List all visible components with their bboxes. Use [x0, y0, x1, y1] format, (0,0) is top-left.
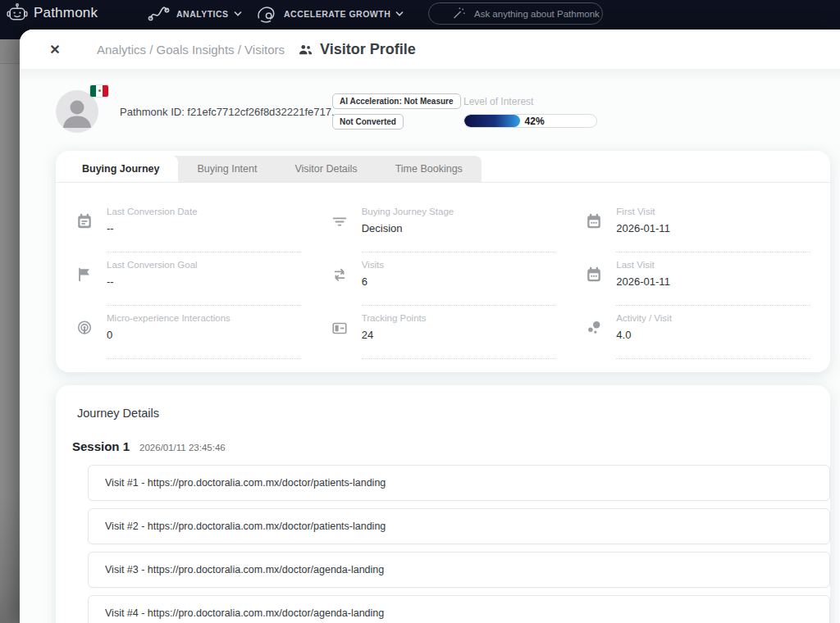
- brand-name: Pathmonk: [34, 5, 98, 21]
- stat-value: --: [107, 222, 301, 234]
- tab-visitor-details[interactable]: Visitor Details: [276, 156, 376, 182]
- pathmonk-id: Pathmonk ID: f21efc7712cf26f8d32221fe717…: [120, 106, 340, 118]
- profile-header: Pathmonk ID: f21efc7712cf26f8d32221fe717…: [56, 69, 830, 149]
- stat-label: Last Conversion Goal: [107, 260, 301, 270]
- not-converted-badge: Not Converted: [332, 114, 404, 130]
- breadcrumb[interactable]: Analytics / Goals Insights / Visitors: [97, 43, 285, 57]
- radar-icon: [75, 306, 107, 359]
- group-people-icon: [298, 42, 313, 57]
- visitor-profile-modal: ✕ Analytics / Goals Insights / Visitors …: [20, 30, 840, 623]
- close-icon[interactable]: ✕: [48, 42, 62, 57]
- calendar-icon: [585, 199, 616, 252]
- stat-label: Micro-experience Interactions: [107, 313, 301, 323]
- stat-label: Tracking Points: [362, 313, 556, 323]
- stats-grid: Last Conversion Date-- Buying Journey St…: [56, 183, 830, 372]
- visit-row[interactable]: Visit #4 - https://pro.doctoralia.com.mx…: [88, 595, 830, 623]
- tab-buying-intent[interactable]: Buying Intent: [178, 156, 276, 182]
- session-label: Session 1: [72, 439, 130, 453]
- tab-time-bookings[interactable]: Time Bookings: [377, 156, 482, 182]
- chevron-down-icon: [395, 11, 404, 16]
- stat-label: Last Conversion Date: [107, 207, 301, 216]
- stat-label: Last Visit: [616, 260, 810, 270]
- accelerate-growth-icon: [255, 4, 277, 24]
- stat-value: 0: [107, 329, 301, 341]
- stat-tracking-points: Tracking Points24: [331, 306, 556, 359]
- dots-cluster-icon: [585, 306, 616, 359]
- level-of-interest: Level of Interest 42%: [463, 96, 597, 128]
- interest-fill: [464, 115, 520, 127]
- modal-content: Pathmonk ID: f21efc7712cf26f8d32221fe717…: [20, 69, 840, 623]
- nav-menu-analytics[interactable]: ANALYTICS: [148, 2, 242, 25]
- calendar-icon: [585, 252, 616, 306]
- stat-visits: Visits6: [331, 252, 556, 306]
- session-header: Session 1 2026/01/11 23:45:46: [72, 439, 830, 453]
- visit-row[interactable]: Visit #3 - https://pro.doctoralia.com.mx…: [88, 552, 830, 588]
- stat-micro-experience-interactions: Micro-experience Interactions0: [75, 306, 301, 359]
- dimmed-page-background: [0, 39, 20, 623]
- journey-details-title: Journey Details: [77, 407, 830, 420]
- interest-value: 42%: [525, 116, 545, 127]
- ai-acceleration-badge: AI Acceleration: Not Measure: [332, 93, 461, 109]
- magic-wand-icon: [452, 7, 466, 20]
- stat-last-conversion-goal: Last Conversion Goal--: [75, 252, 301, 306]
- status-badges: AI Acceleration: Not Measure Not Convert…: [332, 93, 461, 130]
- visit-row[interactable]: Visit #2 - https://pro.doctoralia.com.mx…: [88, 508, 830, 544]
- tabs: Buying Journey Buying Intent Visitor Det…: [56, 151, 830, 183]
- stat-label: First Visit: [616, 207, 810, 216]
- filter-icon: [331, 199, 362, 252]
- nav-accelerate-label: ACCELERATE GROWTH: [284, 9, 390, 19]
- stat-label: Activity / Visit: [616, 313, 810, 323]
- analytics-squiggle-icon: [148, 5, 170, 23]
- nav-menu-accelerate-growth[interactable]: ACCELERATE GROWTH: [255, 2, 404, 25]
- buying-journey-card: Buying Journey Buying Intent Visitor Det…: [56, 151, 830, 372]
- tracking-card-icon: [331, 306, 362, 359]
- robot-logo-icon: [7, 2, 28, 24]
- stat-value: 24: [362, 329, 556, 341]
- stat-activity-per-visit: Activity / Visit4.0: [585, 306, 810, 359]
- chevron-down-icon: [234, 11, 242, 16]
- stat-last-conversion-date: Last Conversion Date--: [75, 199, 301, 252]
- interest-label: Level of Interest: [463, 96, 597, 107]
- visit-list: Visit #1 - https://pro.doctoralia.com.mx…: [88, 465, 830, 623]
- modal-header: ✕ Analytics / Goals Insights / Visitors …: [20, 30, 840, 69]
- calendar-note-icon: [75, 199, 107, 252]
- journey-details-card: Journey Details Session 1 2026/01/11 23:…: [56, 385, 830, 623]
- stat-value: --: [107, 275, 301, 288]
- flag-icon: [75, 252, 107, 306]
- nav-analytics-label: ANALYTICS: [176, 9, 229, 19]
- tab-buying-journey[interactable]: Buying Journey: [63, 156, 178, 182]
- session-timestamp: 2026/01/11 23:45:46: [139, 443, 226, 452]
- stat-buying-journey-stage: Buying Journey StageDecision: [331, 199, 556, 252]
- visit-row[interactable]: Visit #1 - https://pro.doctoralia.com.mx…: [88, 465, 830, 501]
- stat-value: 6: [362, 275, 556, 288]
- stat-value: 4.0: [616, 329, 810, 341]
- stat-last-visit: Last Visit2026-01-11: [585, 252, 810, 306]
- interest-progress-bar: 42%: [463, 114, 597, 128]
- stat-label: Visits: [362, 260, 556, 270]
- mexico-flag-icon: [90, 85, 108, 97]
- repeat-icon: [331, 252, 362, 306]
- stat-value: 2026-01-11: [616, 222, 810, 234]
- stat-value: Decision: [362, 222, 556, 234]
- stat-value: 2026-01-11: [616, 275, 810, 288]
- pathmonk-brand[interactable]: Pathmonk: [7, 2, 98, 24]
- ask-anything-button[interactable]: Ask anything about Pathmonk: [428, 2, 603, 25]
- stat-label: Buying Journey Stage: [362, 207, 556, 216]
- page-title: Visitor Profile: [320, 41, 416, 58]
- stat-first-visit: First Visit2026-01-11: [585, 199, 810, 252]
- ask-anything-label: Ask anything about Pathmonk: [474, 9, 600, 19]
